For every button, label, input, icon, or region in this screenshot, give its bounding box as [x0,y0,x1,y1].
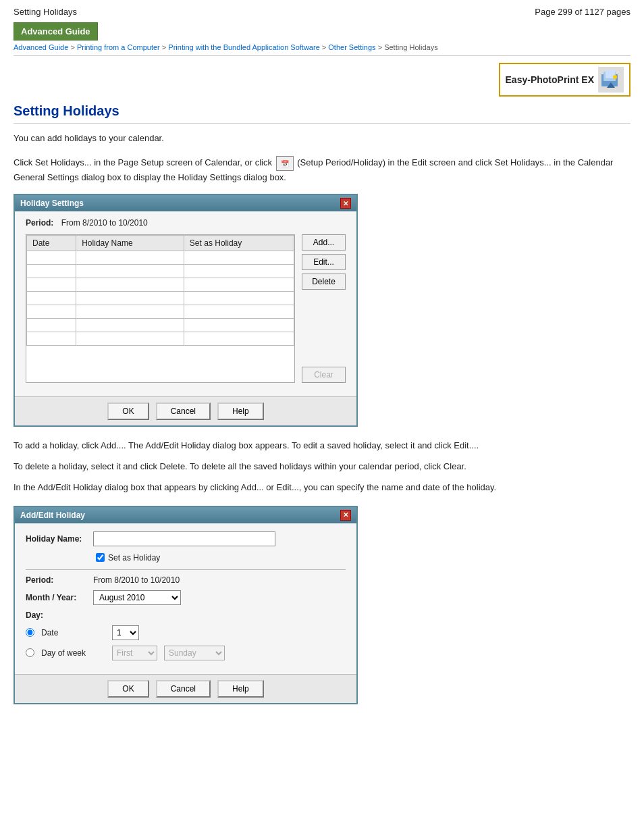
month-year-row: Month / Year: August 2010 September 2010… [26,590,346,605]
breadcrumb: Advanced Guide > Printing from a Compute… [14,43,630,56]
col-set-as-holiday: Set as Holiday [184,236,294,251]
day-of-week-radio[interactable] [26,648,34,657]
table-area: Date Holiday Name Set as Holiday [26,234,346,383]
dialog-titlebar: Holiday Settings ✕ [15,195,356,211]
holiday-settings-dialog: Holiday Settings ✕ Period: From 8/2010 t… [14,194,358,427]
add-edit-title: Add/Edit Holiday [20,511,85,520]
month-year-label: Month / Year: [26,593,93,602]
body-text-1: To add a holiday, click Add.... The Add/… [14,439,630,453]
period-value: From 8/2010 to 10/2010 [61,218,148,228]
holiday-name-label: Holiday Name: [26,534,93,544]
body-text-3: In the Add/Edit Holiday dialog box that … [14,481,630,495]
edit-button[interactable]: Edit... [302,254,346,270]
date-radio-label: Date [41,628,105,637]
dialog-content: Period: From 8/2010 to 10/2010 Date Holi… [15,211,356,390]
dialog-close-button[interactable]: ✕ [340,198,351,209]
main-title: Setting Holidays [14,103,630,124]
period-label: Period: [26,218,53,228]
holiday-table: Date Holiday Name Set as Holiday [26,234,295,383]
dialog-title: Holiday Settings [20,199,84,208]
breadcrumb-advanced-guide[interactable]: Advanced Guide [14,43,68,51]
set-as-holiday-label: Set as Holiday [108,553,160,563]
add-edit-period-label: Period: [26,575,93,585]
add-edit-cancel-button[interactable]: Cancel [156,680,211,698]
setup-period-icon: 📅 [276,156,294,171]
table-row [27,292,294,305]
table-row [27,305,294,319]
holiday-name-row: Holiday Name: [26,531,346,546]
day-section-label: Day: [26,610,346,620]
table-row [27,251,294,265]
add-edit-help-button[interactable]: Help [217,680,264,698]
clear-button[interactable]: Clear [302,367,346,383]
add-button[interactable]: Add... [302,234,346,251]
set-as-holiday-row: Set as Holiday [96,553,346,563]
set-as-holiday-checkbox[interactable] [96,553,105,562]
delete-button[interactable]: Delete [302,273,346,290]
date-radio-row: Date 12345 678910 1112131415 1617181920 … [26,625,346,640]
date-radio[interactable] [26,628,34,637]
day-of-week-radio-label: Day of week [41,648,105,658]
month-year-select[interactable]: August 2010 September 2010 October 2010 [93,590,181,605]
date-select[interactable]: 12345 678910 1112131415 1617181920 21222… [112,625,139,640]
add-edit-period-row: Period: From 8/2010 to 10/2010 [26,575,346,585]
banner-text: Advanced Guide [21,26,90,36]
add-edit-titlebar: Add/Edit Holiday ✕ [15,507,356,523]
table-buttons: Add... Edit... Delete Clear [302,234,346,383]
first-select[interactable]: First Second Third Fourth Last [112,646,157,660]
day-of-week-select[interactable]: Sunday Monday Tuesday Wednesday Thursday… [164,646,225,660]
add-edit-holiday-dialog: Add/Edit Holiday ✕ Holiday Name: Set as … [14,506,358,704]
logo-icon [598,67,624,93]
holiday-name-input[interactable] [93,531,275,546]
page-number: Page 299 of 1127 pages [535,7,630,17]
add-edit-content: Holiday Name: Set as Holiday Period: Fro… [15,523,356,674]
add-edit-close-button[interactable]: ✕ [340,510,351,521]
help-button[interactable]: Help [217,402,264,420]
dialog-footer: OK Cancel Help [15,396,356,425]
svg-point-4 [613,75,617,79]
col-holiday-name: Holiday Name [76,236,184,251]
logo-text: Easy-PhotoPrint EX [506,74,594,85]
instruction-text: Click Set Holidays... in the Page Setup … [14,156,630,185]
logo-box: Easy-PhotoPrint EX [499,63,630,97]
breadcrumb-bundled[interactable]: Printing with the Bundled Application So… [168,43,319,51]
intro-text: You can add holidays to your calendar. [14,132,630,145]
advanced-guide-banner: Advanced Guide [14,22,98,41]
table-row [27,278,294,292]
ok-button[interactable]: OK [107,402,149,420]
table-row [27,332,294,346]
col-date: Date [27,236,76,251]
logo-area: Easy-PhotoPrint EX [14,63,630,97]
add-edit-footer: OK Cancel Help [15,674,356,703]
body-text-2: To delete a holiday, select it and click… [14,460,630,474]
breadcrumb-other-settings[interactable]: Other Settings [328,43,375,51]
separator [26,569,346,570]
add-edit-period-value: From 8/2010 to 10/2010 [93,575,180,585]
day-of-week-radio-row: Day of week First Second Third Fourth La… [26,646,346,660]
period-row: Period: From 8/2010 to 10/2010 [26,218,346,228]
page-header: Setting Holidays Page 299 of 1127 pages [14,7,630,17]
table-row [27,265,294,278]
table-row [27,319,294,332]
add-edit-ok-button[interactable]: OK [107,680,149,698]
page-title-top: Setting Holidays [14,7,77,17]
cancel-button[interactable]: Cancel [156,402,211,420]
breadcrumb-printing-from[interactable]: Printing from a Computer [77,43,160,51]
